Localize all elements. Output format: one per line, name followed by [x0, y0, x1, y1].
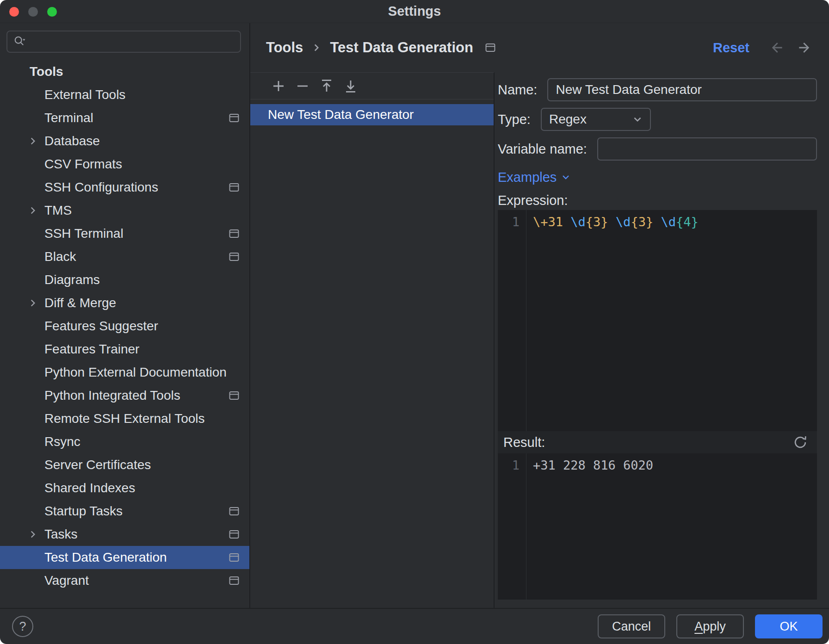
refresh-icon[interactable]	[793, 435, 808, 450]
line-number: 1	[512, 458, 520, 472]
sidebar-item-python-integrated-tools[interactable]: Python Integrated Tools	[0, 384, 249, 407]
generator-toolbar	[250, 73, 494, 99]
line-number: 1	[512, 215, 520, 229]
sidebar-item-ssh-terminal[interactable]: SSH Terminal	[0, 222, 249, 245]
expression-token: \d	[616, 215, 631, 229]
remove-icon[interactable]	[295, 78, 310, 94]
sidebar-item-diagrams[interactable]: Diagrams	[0, 268, 249, 291]
help-button[interactable]: ?	[12, 616, 33, 637]
expression-token: {3}	[586, 215, 608, 229]
generator-list: New Test Data Generator	[250, 99, 494, 125]
sidebar-item-black[interactable]: Black	[0, 245, 249, 268]
sidebar-tree: ToolsExternal ToolsTerminalDatabaseCSV F…	[0, 56, 249, 608]
name-input[interactable]	[547, 78, 817, 101]
sidebar-item-csv-formats[interactable]: CSV Formats	[0, 153, 249, 176]
page-title: Test Data Generation	[330, 39, 473, 56]
sidebar-item-external-tools[interactable]: External Tools	[0, 83, 249, 106]
sidebar-item-startup-tasks[interactable]: Startup Tasks	[0, 500, 249, 523]
monitor-icon	[484, 42, 496, 53]
footer-buttons: Cancel Apply OK	[598, 614, 823, 638]
monitor-icon	[228, 228, 240, 239]
sidebar-item-label: Vagrant	[44, 573, 89, 588]
sidebar-item-label: CSV Formats	[44, 157, 122, 172]
move-down-icon[interactable]	[343, 78, 359, 94]
result-code-area: 1 +31 228 816 6020	[498, 453, 817, 600]
monitor-icon	[228, 552, 240, 563]
settings-main: Tools Test Data Generation Reset	[250, 23, 829, 608]
expression-gutter: 1	[498, 210, 526, 431]
chevron-right-icon[interactable]	[27, 297, 39, 309]
result-value: +31 228 816 6020	[526, 453, 653, 600]
sidebar-item-label: Startup Tasks	[44, 504, 123, 519]
traffic-lights	[9, 0, 57, 23]
sidebar-item-features-trainer[interactable]: Features Trainer	[0, 338, 249, 361]
sidebar-item-terminal[interactable]: Terminal	[0, 106, 249, 130]
monitor-icon	[228, 390, 240, 401]
examples-link[interactable]: Examples	[498, 170, 571, 185]
forward-arrow-icon[interactable]	[797, 39, 813, 56]
sidebar-item-label: Black	[44, 249, 76, 264]
name-label: Name:	[498, 82, 537, 98]
sidebar-item-label: Rsync	[44, 434, 80, 449]
zoom-window-button[interactable]	[47, 7, 57, 17]
window-title: Settings	[388, 4, 441, 19]
breadcrumb-chevron-icon	[310, 42, 322, 54]
expression-editor: 1 \+31 \d{3} \d{3} \d{4} Result:	[498, 210, 817, 600]
main-header: Tools Test Data Generation Reset	[250, 23, 829, 72]
sidebar-item-label: Test Data Generation	[44, 550, 167, 565]
settings-window: Settings ToolsExternal ToolsTerminalData…	[0, 0, 829, 644]
cancel-button[interactable]: Cancel	[598, 614, 665, 638]
sidebar-item-rsync[interactable]: Rsync	[0, 430, 249, 453]
expression-label: Expression:	[498, 191, 817, 210]
sidebar-item-label: Tasks	[44, 527, 78, 542]
expression-token: \+31	[533, 215, 563, 229]
sidebar-item-features-suggester[interactable]: Features Suggester	[0, 315, 249, 338]
chevron-down-icon	[560, 172, 571, 183]
ok-button[interactable]: OK	[755, 614, 823, 638]
sidebar-item-diff-merge[interactable]: Diff & Merge	[0, 291, 249, 315]
search-icon	[13, 35, 27, 49]
apply-button[interactable]: Apply	[676, 614, 744, 638]
sidebar-item-server-certificates[interactable]: Server Certificates	[0, 453, 249, 477]
settings-search[interactable]	[6, 31, 241, 53]
sidebar-item-tasks[interactable]: Tasks	[0, 523, 249, 546]
expression-code-line[interactable]: \+31 \d{3} \d{3} \d{4}	[526, 210, 699, 431]
monitor-icon	[228, 529, 240, 540]
close-window-button[interactable]	[9, 7, 19, 17]
breadcrumb: Tools Test Data Generation	[266, 39, 496, 56]
type-select[interactable]: Regex	[541, 108, 651, 131]
type-label: Type:	[498, 112, 531, 127]
sidebar-item-test-data-generation[interactable]: Test Data Generation	[0, 546, 249, 569]
sidebar-item-label: Remote SSH External Tools	[44, 411, 205, 426]
minimize-window-button[interactable]	[28, 7, 38, 17]
sidebar-item-ssh-configurations[interactable]: SSH Configurations	[0, 176, 249, 199]
generator-list-item-new-test-data-generator[interactable]: New Test Data Generator	[250, 104, 494, 125]
sidebar-item-python-external-documentation[interactable]: Python External Documentation	[0, 361, 249, 384]
monitor-icon	[228, 112, 240, 124]
chevron-down-icon	[631, 113, 643, 125]
chevron-right-icon[interactable]	[27, 528, 39, 540]
sidebar-item-remote-ssh-external-tools[interactable]: Remote SSH External Tools	[0, 407, 249, 430]
sidebar-item-vagrant[interactable]: Vagrant	[0, 569, 249, 592]
breadcrumb-root[interactable]: Tools	[266, 39, 303, 56]
main-content: New Test Data Generator Name: Type: Rege…	[250, 72, 829, 608]
variable-name-input[interactable]	[597, 137, 817, 161]
chevron-right-icon[interactable]	[27, 135, 39, 147]
sidebar-item-label: Diagrams	[44, 272, 100, 287]
search-input[interactable]	[31, 34, 235, 50]
help-icon: ?	[19, 619, 26, 634]
chevron-right-icon[interactable]	[27, 204, 39, 217]
sidebar-item-tms[interactable]: TMS	[0, 199, 249, 222]
expression-code-area[interactable]: 1 \+31 \d{3} \d{3} \d{4}	[498, 210, 817, 431]
sidebar-item-database[interactable]: Database	[0, 130, 249, 153]
generator-list-panel: New Test Data Generator	[250, 72, 495, 608]
reset-link[interactable]: Reset	[713, 40, 749, 56]
sidebar-item-label: Diff & Merge	[44, 296, 116, 310]
nav-arrows	[768, 39, 813, 56]
add-icon[interactable]	[271, 78, 286, 94]
sidebar-item-shared-indexes[interactable]: Shared Indexes	[0, 477, 249, 500]
back-arrow-icon[interactable]	[768, 39, 785, 56]
sidebar-header-tools[interactable]: Tools	[0, 60, 249, 83]
move-up-icon[interactable]	[319, 78, 334, 94]
sidebar-item-label: Python External Documentation	[44, 365, 227, 380]
